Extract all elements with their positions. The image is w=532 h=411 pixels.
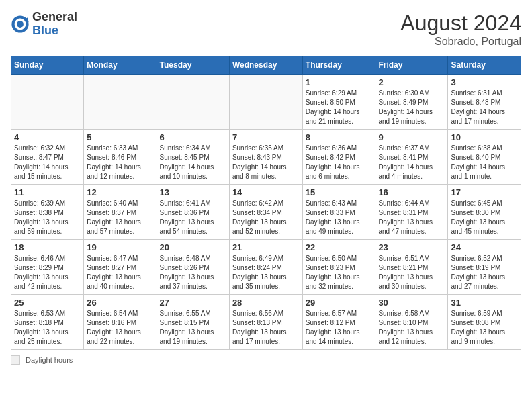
day-number: 31 [451, 298, 518, 308]
calendar-cell: 27Sunrise: 6:55 AM Sunset: 8:15 PM Dayli… [157, 295, 229, 350]
day-info: Sunrise: 6:42 AM Sunset: 8:34 PM Dayligh… [232, 199, 300, 236]
day-info: Sunrise: 6:32 AM Sunset: 8:47 PM Dayligh… [14, 144, 81, 181]
calendar-week-row: 11Sunrise: 6:39 AM Sunset: 8:38 PM Dayli… [11, 185, 521, 240]
calendar-cell [229, 75, 302, 130]
calendar-week-row: 18Sunrise: 6:46 AM Sunset: 8:29 PM Dayli… [11, 240, 521, 295]
calendar-day-header: Monday [84, 56, 157, 75]
calendar-cell: 8Sunrise: 6:36 AM Sunset: 8:42 PM Daylig… [302, 130, 375, 185]
calendar-cell: 12Sunrise: 6:40 AM Sunset: 8:37 PM Dayli… [84, 185, 157, 240]
day-info: Sunrise: 6:49 AM Sunset: 8:24 PM Dayligh… [232, 254, 300, 291]
day-info: Sunrise: 6:30 AM Sunset: 8:49 PM Dayligh… [378, 89, 445, 126]
day-info: Sunrise: 6:52 AM Sunset: 8:19 PM Dayligh… [451, 254, 518, 291]
day-info: Sunrise: 6:33 AM Sunset: 8:46 PM Dayligh… [87, 144, 153, 181]
legend-label: Daylight hours [26, 356, 73, 364]
day-number: 21 [232, 242, 300, 253]
day-info: Sunrise: 6:38 AM Sunset: 8:40 PM Dayligh… [451, 144, 518, 181]
day-info: Sunrise: 6:43 AM Sunset: 8:33 PM Dayligh… [306, 199, 373, 236]
logo-icon [11, 15, 30, 34]
day-number: 8 [306, 132, 373, 142]
calendar-cell: 25Sunrise: 6:53 AM Sunset: 8:18 PM Dayli… [11, 295, 84, 350]
day-number: 11 [14, 187, 81, 197]
day-number: 17 [451, 187, 518, 197]
day-info: Sunrise: 6:47 AM Sunset: 8:27 PM Dayligh… [87, 254, 153, 291]
calendar-cell: 15Sunrise: 6:43 AM Sunset: 8:33 PM Dayli… [302, 185, 375, 240]
day-number: 13 [160, 187, 226, 197]
calendar-cell: 14Sunrise: 6:42 AM Sunset: 8:34 PM Dayli… [229, 185, 302, 240]
day-number: 20 [160, 242, 226, 253]
svg-point-2 [17, 21, 24, 28]
calendar-cell: 21Sunrise: 6:49 AM Sunset: 8:24 PM Dayli… [229, 240, 302, 295]
day-info: Sunrise: 6:45 AM Sunset: 8:30 PM Dayligh… [451, 199, 518, 236]
calendar-week-row: 4Sunrise: 6:32 AM Sunset: 8:47 PM Daylig… [11, 130, 521, 185]
calendar-table: SundayMondayTuesdayWednesdayThursdayFrid… [11, 56, 521, 350]
day-number: 4 [14, 132, 81, 142]
day-number: 1 [306, 77, 373, 87]
day-number: 19 [87, 242, 153, 253]
day-info: Sunrise: 6:55 AM Sunset: 8:15 PM Dayligh… [160, 309, 226, 347]
calendar-day-header: Friday [375, 56, 448, 75]
calendar-cell: 23Sunrise: 6:51 AM Sunset: 8:21 PM Dayli… [375, 240, 448, 295]
calendar-cell: 7Sunrise: 6:35 AM Sunset: 8:43 PM Daylig… [229, 130, 302, 185]
day-number: 12 [87, 187, 153, 197]
day-info: Sunrise: 6:34 AM Sunset: 8:45 PM Dayligh… [160, 144, 226, 181]
calendar-cell [157, 75, 229, 130]
calendar-cell: 19Sunrise: 6:47 AM Sunset: 8:27 PM Dayli… [84, 240, 157, 295]
day-number: 28 [232, 298, 300, 308]
calendar-cell: 20Sunrise: 6:48 AM Sunset: 8:26 PM Dayli… [157, 240, 229, 295]
calendar-cell: 6Sunrise: 6:34 AM Sunset: 8:45 PM Daylig… [157, 130, 229, 185]
legend-box [11, 355, 20, 365]
day-number: 29 [306, 298, 373, 308]
day-number: 14 [232, 187, 300, 197]
calendar-cell: 9Sunrise: 6:37 AM Sunset: 8:41 PM Daylig… [375, 130, 448, 185]
day-number: 25 [14, 298, 81, 308]
day-number: 24 [451, 242, 518, 253]
calendar-cell: 4Sunrise: 6:32 AM Sunset: 8:47 PM Daylig… [11, 130, 84, 185]
day-number: 5 [87, 132, 153, 142]
calendar-cell: 2Sunrise: 6:30 AM Sunset: 8:49 PM Daylig… [375, 75, 448, 130]
calendar-cell: 11Sunrise: 6:39 AM Sunset: 8:38 PM Dayli… [11, 185, 84, 240]
day-number: 22 [306, 242, 373, 253]
day-info: Sunrise: 6:54 AM Sunset: 8:16 PM Dayligh… [87, 309, 153, 347]
day-info: Sunrise: 6:39 AM Sunset: 8:38 PM Dayligh… [14, 199, 81, 236]
day-info: Sunrise: 6:29 AM Sunset: 8:50 PM Dayligh… [306, 89, 373, 126]
day-number: 27 [160, 298, 226, 308]
day-info: Sunrise: 6:59 AM Sunset: 8:08 PM Dayligh… [451, 309, 518, 347]
day-number: 15 [306, 187, 373, 197]
day-info: Sunrise: 6:41 AM Sunset: 8:36 PM Dayligh… [160, 199, 226, 236]
day-info: Sunrise: 6:40 AM Sunset: 8:37 PM Dayligh… [87, 199, 153, 236]
calendar-cell: 16Sunrise: 6:44 AM Sunset: 8:31 PM Dayli… [375, 185, 448, 240]
calendar-week-row: 25Sunrise: 6:53 AM Sunset: 8:18 PM Dayli… [11, 295, 521, 350]
day-number: 26 [87, 298, 153, 308]
day-info: Sunrise: 6:53 AM Sunset: 8:18 PM Dayligh… [14, 309, 81, 347]
day-info: Sunrise: 6:36 AM Sunset: 8:42 PM Dayligh… [306, 144, 373, 181]
day-info: Sunrise: 6:31 AM Sunset: 8:48 PM Dayligh… [451, 89, 518, 126]
day-number: 2 [378, 77, 445, 87]
calendar-cell: 31Sunrise: 6:59 AM Sunset: 8:08 PM Dayli… [448, 295, 521, 350]
calendar-week-row: 1Sunrise: 6:29 AM Sunset: 8:50 PM Daylig… [11, 75, 521, 130]
day-number: 23 [378, 242, 445, 253]
day-info: Sunrise: 6:51 AM Sunset: 8:21 PM Dayligh… [378, 254, 445, 291]
calendar-cell [11, 75, 84, 130]
day-info: Sunrise: 6:35 AM Sunset: 8:43 PM Dayligh… [232, 144, 300, 181]
day-number: 6 [160, 132, 226, 142]
calendar-cell: 22Sunrise: 6:50 AM Sunset: 8:23 PM Dayli… [302, 240, 375, 295]
day-info: Sunrise: 6:44 AM Sunset: 8:31 PM Dayligh… [378, 199, 445, 236]
day-number: 30 [378, 298, 445, 308]
calendar-cell: 30Sunrise: 6:58 AM Sunset: 8:10 PM Dayli… [375, 295, 448, 350]
page-header: General Blue August 2024 Sobrado, Portug… [11, 11, 521, 48]
day-number: 16 [378, 187, 445, 197]
day-info: Sunrise: 6:57 AM Sunset: 8:12 PM Dayligh… [306, 309, 373, 347]
day-number: 3 [451, 77, 518, 87]
day-info: Sunrise: 6:58 AM Sunset: 8:10 PM Dayligh… [378, 309, 445, 347]
legend: Daylight hours [11, 355, 521, 365]
day-info: Sunrise: 6:48 AM Sunset: 8:26 PM Dayligh… [160, 254, 226, 291]
calendar-cell: 17Sunrise: 6:45 AM Sunset: 8:30 PM Dayli… [448, 185, 521, 240]
calendar-header-row: SundayMondayTuesdayWednesdayThursdayFrid… [11, 56, 521, 75]
calendar-cell [84, 75, 157, 130]
calendar-cell: 13Sunrise: 6:41 AM Sunset: 8:36 PM Dayli… [157, 185, 229, 240]
month-year: August 2024 [400, 11, 521, 36]
logo-blue: Blue [32, 24, 58, 37]
calendar-cell: 26Sunrise: 6:54 AM Sunset: 8:16 PM Dayli… [84, 295, 157, 350]
logo: General Blue [11, 11, 77, 38]
title-block: August 2024 Sobrado, Portugal [400, 11, 521, 48]
